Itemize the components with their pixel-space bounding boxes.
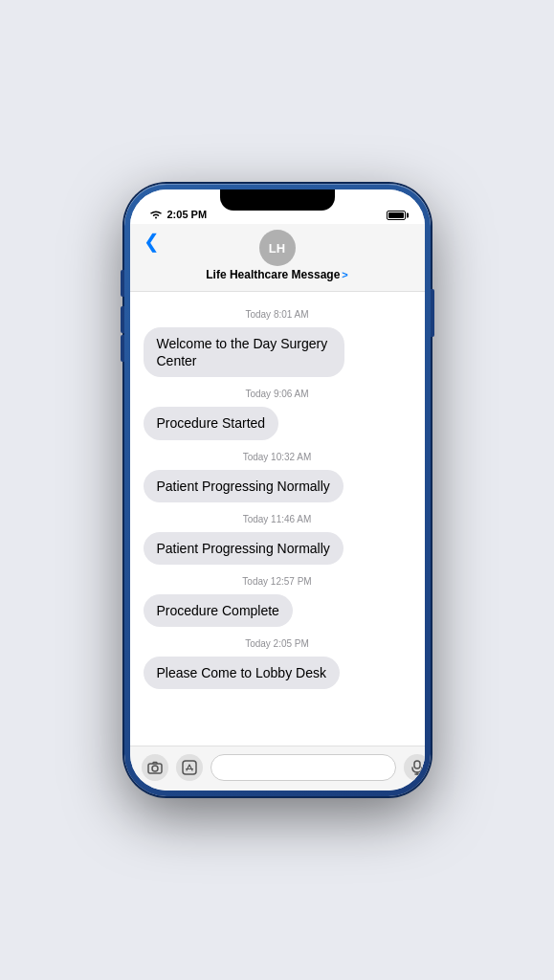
mic-button[interactable] bbox=[404, 754, 425, 781]
header-name[interactable]: Life Healthcare Message > bbox=[206, 268, 348, 281]
message-bubble-0: Welcome to the Day Surgery Center bbox=[144, 327, 344, 377]
message-timestamp-2: Today 10:32 AM bbox=[144, 452, 411, 462]
status-icons bbox=[387, 211, 406, 220]
message-timestamp-3: Today 11:46 AM bbox=[144, 514, 411, 524]
svg-rect-2 bbox=[183, 761, 196, 774]
message-timestamp-5: Today 2:05 PM bbox=[144, 638, 411, 649]
message-bubble-5: Please Come to Lobby Desk bbox=[144, 657, 340, 689]
battery-icon bbox=[387, 211, 406, 220]
camera-icon bbox=[147, 761, 163, 774]
camera-button[interactable] bbox=[142, 754, 168, 781]
mic-icon bbox=[411, 760, 423, 775]
chevron-icon: > bbox=[342, 269, 347, 280]
message-timestamp-1: Today 9:06 AM bbox=[144, 389, 411, 399]
message-input[interactable] bbox=[211, 754, 396, 781]
svg-rect-3 bbox=[414, 761, 420, 768]
svg-point-1 bbox=[152, 766, 158, 771]
bottom-bar bbox=[130, 746, 425, 791]
back-button[interactable]: ❮ bbox=[144, 232, 160, 251]
phone-screen: 2:05 PM ❮ LH Life Healthcare Message > T… bbox=[130, 189, 425, 791]
messages-area: Today 8:01 AMWelcome to the Day Surgery … bbox=[130, 292, 425, 746]
wifi-icon bbox=[149, 210, 163, 219]
message-bubble-4: Procedure Complete bbox=[144, 594, 293, 627]
avatar: LH bbox=[259, 230, 296, 266]
message-bubble-1: Procedure Started bbox=[144, 407, 279, 439]
phone-frame: 2:05 PM ❮ LH Life Healthcare Message > T… bbox=[124, 184, 431, 796]
message-timestamp-0: Today 8:01 AM bbox=[144, 309, 411, 320]
notch bbox=[220, 189, 335, 211]
appstore-button[interactable] bbox=[176, 754, 203, 781]
battery-fill bbox=[388, 212, 404, 218]
message-bubble-2: Patient Progressing Normally bbox=[144, 470, 343, 502]
message-timestamp-4: Today 12:57 PM bbox=[144, 576, 411, 587]
appstore-icon bbox=[182, 760, 197, 775]
chat-header: ❮ LH Life Healthcare Message > bbox=[130, 224, 425, 292]
status-time: 2:05 PM bbox=[167, 209, 208, 220]
message-bubble-3: Patient Progressing Normally bbox=[144, 532, 343, 565]
contact-name: Life Healthcare Message bbox=[206, 268, 340, 281]
